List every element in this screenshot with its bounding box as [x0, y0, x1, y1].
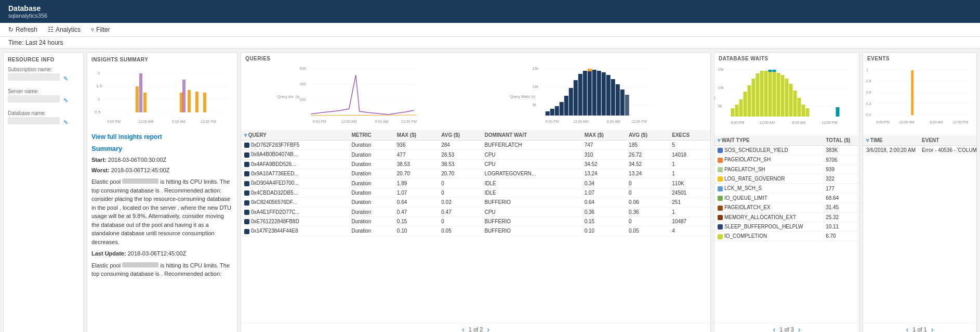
dominant-wait-cell: BUFFERLATCH	[481, 141, 581, 150]
table-row[interactable]: PAGELATCH_SH 939	[714, 164, 859, 174]
table-row[interactable]: 0x4AFA9BDD526... Duration 38.53 38.53 CP…	[241, 159, 710, 169]
insights-chart: 2 1.5 1 0.5 Insights 6:00 PM 12:00 AM 6:…	[91, 67, 233, 129]
refresh-icon: ↻	[8, 26, 14, 33]
total-cell: 322	[823, 174, 859, 184]
svg-text:1.5: 1.5	[96, 84, 102, 88]
avg1-cell: 0	[438, 188, 481, 197]
svg-rect-76	[760, 71, 764, 117]
table-row[interactable]: 0xD762F283F7FBF5 Duration 936 284 BUFFER…	[241, 141, 710, 150]
queries-next-button[interactable]: ›	[487, 325, 489, 332]
queries-title: QUERIES	[245, 56, 271, 61]
col-max2[interactable]: MAX ($)	[581, 130, 626, 141]
table-row[interactable]: 0xC824056576DF... Duration 0.64 0.02 BUF…	[241, 198, 710, 207]
table-row[interactable]: 3/6/2018, 2:00:20 AM Error - 40536 - 'CO…	[863, 146, 976, 155]
waits-page: 1 of 3	[779, 326, 794, 332]
database-edit-icon[interactable]: ✎	[63, 119, 68, 125]
time-bar: Time: Last 24 hours	[0, 37, 980, 49]
total-cell: 383K	[823, 146, 859, 155]
col-avg2[interactable]: AVG ($)	[626, 130, 669, 141]
table-row[interactable]: 0xA4E1FFD2D77C... Duration 0.47 0.47 CPU…	[241, 207, 710, 216]
table-row[interactable]: PAGEIOLATCH_EX 31.45	[714, 203, 859, 212]
svg-text:12:00 PM: 12:00 PM	[953, 120, 969, 124]
subscription-edit-icon[interactable]: ✎	[63, 75, 68, 82]
queries-table-container: ▿ QUERY METRIC MAX ($) AVG ($) DOMINANT …	[241, 130, 710, 323]
worst-label: Worst:	[91, 167, 110, 173]
svg-rect-84	[793, 91, 797, 117]
col-execs[interactable]: EXECS	[669, 130, 710, 141]
svg-rect-20	[182, 80, 186, 112]
col-query[interactable]: ▿ QUERY	[241, 130, 348, 141]
table-row[interactable]: 0x4CBDAD32DB5... Duration 1.07 0 IDLE 1.…	[241, 188, 710, 197]
table-row[interactable]: SLEEP_BUFFERPOOL_HELPLW 10.11	[714, 222, 859, 231]
max2-cell: 34.52	[581, 159, 626, 169]
svg-rect-52	[606, 75, 610, 116]
header: Database sqlanalytics356	[0, 0, 980, 23]
view-insights-link[interactable]: View full insights report	[91, 133, 233, 141]
table-row[interactable]: 0x9A10A7736EED... Duration 20.70 20.70 L…	[241, 169, 710, 178]
svg-text:6:00 AM: 6:00 AM	[606, 120, 620, 123]
query-waits-chart: 15k 10k 5k	[477, 65, 708, 128]
col-metric[interactable]: METRIC	[348, 130, 393, 141]
table-row[interactable]: 0xD904A4FED700... Duration 1.89 0 IDLE 0…	[241, 178, 710, 188]
svg-text:5k: 5k	[718, 104, 722, 108]
server-edit-icon[interactable]: ✎	[63, 97, 68, 104]
avg2-cell: 0.05	[626, 226, 669, 236]
events-table: ▿ TIME EVENT 3/6/2018, 2:00:20 AM Error …	[863, 135, 976, 155]
redacted-1	[122, 178, 158, 184]
col-event[interactable]: EVENT	[919, 135, 976, 146]
execs-cell: 1	[669, 169, 710, 178]
waits-prev-button[interactable]: ‹	[773, 325, 776, 332]
table-row[interactable]: IO_COMPLETION 6.70	[714, 232, 859, 241]
queries-prev-button[interactable]: ‹	[462, 325, 465, 332]
analytics-icon: ☷	[48, 26, 54, 33]
avg1-cell: 28.53	[438, 150, 481, 159]
metric-cell: Duration	[348, 188, 393, 197]
svg-text:6:00 AM: 6:00 AM	[172, 120, 186, 123]
col-max1[interactable]: MAX ($)	[394, 130, 438, 141]
svg-text:10k: 10k	[718, 86, 724, 90]
svg-rect-19	[139, 73, 142, 112]
max2-cell: 0.34	[581, 178, 626, 188]
avg1-cell: 0.05	[438, 226, 481, 236]
table-row[interactable]: PAGEIOLATCH_SH 9706	[714, 155, 859, 164]
query-cell: 0xD904A4FED700...	[241, 178, 348, 188]
refresh-button[interactable]: ↻ Refresh	[8, 26, 37, 33]
col-total[interactable]: TOTAL ($)	[823, 135, 859, 146]
table-row[interactable]: 0xE761222848FB8D Duration 0.15 0 BUFFERI…	[241, 216, 710, 226]
max2-cell: 13.24	[581, 169, 626, 178]
events-next-button[interactable]: ›	[931, 325, 934, 332]
table-row[interactable]: LCK_M_SCH_S 177	[714, 184, 859, 193]
table-row[interactable]: MEMORY_ALLOCATION_EXT 25.32	[714, 212, 859, 222]
max2-cell: 747	[581, 141, 626, 150]
queries-panel: QUERIES 600 400 200 6:00 PM	[241, 52, 711, 332]
table-row[interactable]: 0x8A4B0B04074B... Duration 477 28.53 CPU…	[241, 150, 710, 159]
max1-cell: 0.64	[394, 198, 438, 207]
events-prev-button[interactable]: ‹	[906, 325, 909, 332]
svg-rect-13	[136, 86, 139, 112]
col-avg1[interactable]: AVG ($)	[438, 130, 481, 141]
dominant-wait-cell: CPU	[481, 150, 581, 159]
table-row[interactable]: LOG_RATE_GOVERNOR 322	[714, 174, 859, 184]
svg-rect-17	[195, 92, 198, 112]
svg-rect-44	[568, 88, 573, 116]
svg-rect-74	[752, 79, 756, 117]
analytics-button[interactable]: ☷ Analytics	[48, 26, 81, 33]
svg-text:Query Waits (s): Query Waits (s)	[510, 95, 535, 99]
col-wait-type[interactable]: ▿ WAIT TYPE	[714, 135, 823, 146]
time-cell: 3/6/2018, 2:00:20 AM	[863, 146, 919, 155]
avg1-cell: 284	[438, 141, 481, 150]
wait-type-cell: PAGEIOLATCH_EX	[714, 203, 823, 212]
filter-icon: ▿	[91, 26, 94, 33]
col-dominant-wait[interactable]: DOMINANT WAIT	[481, 130, 581, 141]
waits-next-button[interactable]: ›	[798, 325, 801, 332]
metric-cell: Duration	[348, 141, 393, 150]
table-row[interactable]: 0x147F23844F44E8 Duration 0.10 0.05 BUFF…	[241, 226, 710, 236]
svg-rect-73	[748, 85, 751, 117]
table-row[interactable]: IO_QUEUE_LIMIT 68.64	[714, 193, 859, 202]
col-time[interactable]: ▿ TIME	[863, 135, 919, 146]
svg-text:12:00 AM: 12:00 AM	[573, 120, 588, 123]
table-row[interactable]: SOS_SCHEDULER_YIELD 383K	[714, 146, 859, 155]
svg-text:0.4: 0.4	[866, 102, 871, 106]
metric-cell: Duration	[348, 198, 393, 207]
filter-button[interactable]: ▿ Filter	[91, 26, 110, 33]
